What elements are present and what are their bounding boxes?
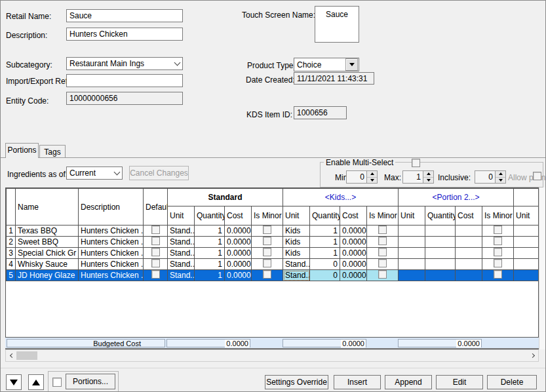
tab-portions[interactable]: Portions — [5, 143, 39, 158]
checkbox-unchecked[interactable] — [263, 237, 271, 245]
move-up-button[interactable] — [28, 374, 44, 390]
table-row[interactable]: 4Whisky SauceHunters Chicken ...Stand...… — [7, 259, 539, 270]
dropdown-arrow-icon[interactable] — [345, 58, 358, 71]
checkbox-unchecked[interactable] — [151, 237, 160, 245]
spin-up-icon[interactable] — [423, 171, 433, 178]
portion2-quantity-cell[interactable] — [425, 259, 456, 270]
standard-quantity-cell[interactable]: 1 — [195, 259, 225, 270]
description-cell[interactable]: Hunters Chicken ... — [79, 225, 144, 237]
standard-unit-cell[interactable]: Stand... — [168, 225, 195, 237]
checkbox-unchecked[interactable] — [151, 270, 160, 279]
checkbox-unchecked[interactable] — [378, 248, 387, 256]
checkbox-unchecked[interactable] — [263, 259, 271, 267]
cancel-changes-button[interactable]: Cancel Changes — [129, 166, 189, 180]
description-input[interactable] — [66, 28, 183, 41]
spin-up-icon[interactable] — [367, 171, 377, 178]
kids-cost-cell[interactable]: 0.0000 — [340, 270, 367, 281]
checkbox-unchecked[interactable] — [378, 225, 387, 234]
standard-quantity-cell[interactable]: 1 — [195, 248, 225, 259]
horizontal-scrollbar-thumb[interactable] — [16, 351, 37, 360]
description-cell[interactable]: Hunters Chicken ... — [79, 259, 144, 270]
append-button[interactable]: Append — [385, 375, 432, 389]
checkbox-unchecked[interactable] — [151, 248, 160, 256]
checkbox-unchecked[interactable] — [263, 270, 271, 279]
checkbox-unchecked[interactable] — [494, 259, 502, 267]
portion2-quantity-cell[interactable] — [425, 248, 456, 259]
kids-is-minor-cell[interactable] — [367, 237, 399, 248]
kids-unit-cell[interactable]: Kids — [283, 248, 310, 259]
kids-cost-cell[interactable]: 0.0000 — [340, 225, 367, 237]
standard-unit-cell[interactable]: Stand... — [168, 270, 195, 281]
kids-is-minor-cell[interactable] — [367, 270, 399, 281]
portion2-is-minor-cell[interactable] — [482, 259, 514, 270]
standard-is-minor-cell[interactable] — [252, 270, 283, 281]
kids-unit-cell[interactable]: Kids — [283, 225, 310, 237]
portion2-is-minor-cell[interactable] — [482, 225, 514, 237]
unit-next-cell[interactable] — [514, 270, 539, 281]
name-cell[interactable]: Whisky Sauce — [16, 259, 79, 270]
default-checkbox-cell[interactable] — [144, 237, 168, 248]
checkbox-unchecked[interactable] — [263, 225, 271, 234]
name-cell[interactable]: Sweet BBQ — [16, 237, 79, 248]
portion2-quantity-cell[interactable] — [425, 237, 456, 248]
standard-cost-cell[interactable]: 0.0000 — [225, 248, 252, 259]
kids-unit-cell[interactable]: Kids — [283, 237, 310, 248]
portion2-cost-cell[interactable] — [456, 270, 482, 281]
kids-quantity-cell[interactable]: 0 — [310, 270, 340, 281]
tab-tags[interactable]: Tags — [39, 145, 66, 158]
standard-quantity-cell[interactable]: 1 — [195, 225, 225, 237]
scroll-left-icon[interactable] — [6, 350, 16, 361]
standard-quantity-cell[interactable]: 1 — [195, 270, 225, 281]
row-number-cell[interactable]: 4 — [7, 259, 16, 270]
description-cell[interactable]: Hunters Chicken ... — [79, 248, 144, 259]
kids-cost-cell[interactable]: 0.0000 — [340, 248, 367, 259]
spin-up-icon[interactable] — [496, 171, 505, 178]
retail-name-input[interactable] — [66, 9, 183, 22]
settings-override-button[interactable]: Settings Override — [265, 375, 328, 389]
insert-button[interactable]: Insert — [334, 375, 381, 389]
standard-is-minor-cell[interactable] — [252, 248, 283, 259]
portion2-cost-cell[interactable] — [456, 225, 482, 237]
table-row[interactable]: 1Texas BBQHunters Chicken ...Stand...10.… — [7, 225, 539, 237]
standard-cost-cell[interactable]: 0.0000 — [225, 270, 252, 281]
description-cell[interactable]: Hunters Chicken ... — [79, 270, 144, 281]
kids-quantity-cell[interactable]: 1 — [310, 248, 340, 259]
checkbox-unchecked[interactable] — [494, 237, 502, 245]
table-row[interactable]: 3Special Chick GrHunters Chicken ...Stan… — [7, 248, 539, 259]
default-checkbox-cell[interactable] — [144, 225, 168, 237]
table-row[interactable]: 2Sweet BBQHunters Chicken ...Stand...10.… — [7, 237, 539, 248]
kids-quantity-cell[interactable]: 1 — [310, 237, 340, 248]
standard-cost-cell[interactable]: 0.0000 — [225, 237, 252, 248]
unit-next-cell[interactable] — [514, 248, 539, 259]
product-type-select[interactable]: Choice — [294, 58, 359, 71]
standard-quantity-cell[interactable]: 1 — [195, 237, 225, 248]
edit-button[interactable]: Edit — [436, 375, 483, 389]
portion2-cost-cell[interactable] — [456, 237, 482, 248]
checkbox-unchecked[interactable] — [263, 248, 271, 256]
default-checkbox-cell[interactable] — [144, 259, 168, 270]
kids-quantity-cell[interactable]: 1 — [310, 225, 340, 237]
checkbox-unchecked[interactable] — [378, 237, 387, 245]
standard-is-minor-cell[interactable] — [252, 259, 283, 270]
checkbox-unchecked[interactable] — [378, 259, 387, 267]
kids-cost-cell[interactable]: 0.0000 — [340, 259, 367, 270]
standard-unit-cell[interactable]: Stand... — [168, 248, 195, 259]
standard-is-minor-cell[interactable] — [252, 237, 283, 248]
horizontal-scrollbar[interactable] — [5, 349, 539, 362]
import-export-ref-input[interactable] — [66, 74, 183, 87]
spin-down-icon[interactable] — [496, 178, 505, 184]
kids-is-minor-cell[interactable] — [367, 259, 399, 270]
portions-button[interactable]: Portions... — [66, 374, 115, 389]
checkbox-unchecked[interactable] — [151, 225, 160, 234]
allow-plain-checkbox[interactable] — [533, 172, 541, 180]
portion2-unit-cell[interactable] — [399, 225, 425, 237]
scroll-right-icon[interactable] — [528, 350, 538, 361]
spin-down-icon[interactable] — [423, 178, 433, 184]
standard-cost-cell[interactable]: 0.0000 — [225, 259, 252, 270]
enable-multi-select-checkbox[interactable] — [412, 159, 420, 167]
kids-quantity-cell[interactable]: 0 — [310, 259, 340, 270]
kids-unit-cell[interactable]: Stand... — [283, 259, 310, 270]
standard-unit-cell[interactable]: Stand... — [168, 259, 195, 270]
kids-is-minor-cell[interactable] — [367, 248, 399, 259]
checkbox-unchecked[interactable] — [378, 270, 387, 279]
